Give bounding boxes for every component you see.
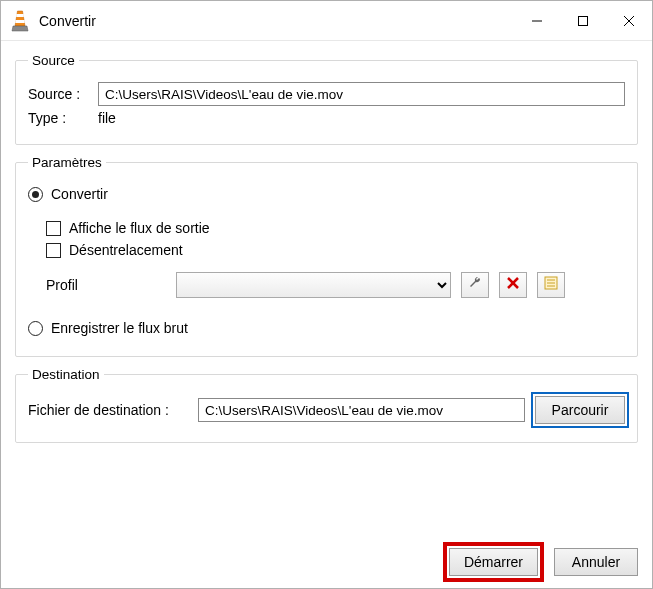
- destination-input[interactable]: [198, 398, 525, 422]
- profile-select[interactable]: [176, 272, 451, 298]
- source-input[interactable]: [98, 82, 625, 106]
- content-area: Source Source : Type : file Paramètres C…: [1, 41, 652, 544]
- titlebar: Convertir: [1, 1, 652, 41]
- delete-profile-button[interactable]: [499, 272, 527, 298]
- parameters-legend: Paramètres: [28, 155, 106, 170]
- source-label: Source :: [28, 86, 88, 102]
- checkbox-show-output-label: Affiche le flux de sortie: [69, 220, 210, 236]
- type-value: file: [98, 110, 116, 126]
- destination-group: Destination Fichier de destination : Par…: [15, 367, 638, 443]
- browse-button[interactable]: Parcourir: [535, 396, 625, 424]
- radio-raw-stream-label: Enregistrer le flux brut: [51, 320, 188, 336]
- destination-legend: Destination: [28, 367, 104, 382]
- delete-icon: [506, 276, 520, 294]
- source-group: Source Source : Type : file: [15, 53, 638, 145]
- svg-rect-1: [15, 20, 24, 23]
- convert-dialog: Convertir Source Source : Type : file: [0, 0, 653, 589]
- window-title: Convertir: [39, 13, 514, 29]
- new-profile-button[interactable]: [537, 272, 565, 298]
- parameters-group: Paramètres Convertir Affiche le flux de …: [15, 155, 638, 357]
- svg-rect-3: [579, 16, 588, 25]
- source-legend: Source: [28, 53, 79, 68]
- vlc-icon: [11, 10, 29, 32]
- checkbox-show-output[interactable]: [46, 221, 61, 236]
- window-buttons: [514, 1, 652, 40]
- minimize-button[interactable]: [514, 1, 560, 40]
- radio-convert[interactable]: [28, 187, 43, 202]
- new-profile-icon: [543, 275, 559, 295]
- radio-raw-stream[interactable]: [28, 321, 43, 336]
- dialog-footer: Démarrer Annuler: [1, 544, 652, 588]
- checkbox-deinterlace-label: Désentrelacement: [69, 242, 183, 258]
- profile-label: Profil: [46, 277, 166, 293]
- svg-rect-0: [16, 14, 24, 17]
- maximize-button[interactable]: [560, 1, 606, 40]
- edit-profile-button[interactable]: [461, 272, 489, 298]
- cancel-button[interactable]: Annuler: [554, 548, 638, 576]
- start-button[interactable]: Démarrer: [449, 548, 538, 576]
- type-label: Type :: [28, 110, 88, 126]
- wrench-icon: [467, 275, 483, 295]
- checkbox-deinterlace[interactable]: [46, 243, 61, 258]
- close-button[interactable]: [606, 1, 652, 40]
- destination-label: Fichier de destination :: [28, 402, 188, 418]
- radio-convert-label: Convertir: [51, 186, 108, 202]
